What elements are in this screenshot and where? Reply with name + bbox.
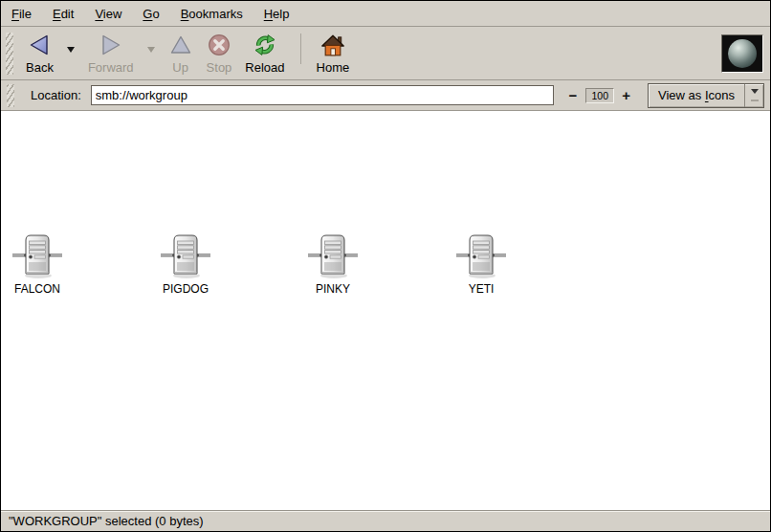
up-icon: [168, 33, 193, 58]
view-as-dropdown[interactable]: View as Icons: [648, 83, 764, 108]
stop-button: Stop: [200, 30, 239, 78]
stop-icon: [207, 33, 231, 58]
toolbar-separator: [300, 33, 301, 64]
dropdown-arrow-icon: [744, 84, 763, 107]
reload-button[interactable]: Reload: [238, 30, 291, 78]
network-server-icon: [161, 233, 210, 280]
forward-icon: [99, 33, 123, 58]
zoom-level-indicator[interactable]: 100: [585, 88, 614, 103]
zoom-in-button[interactable]: +: [619, 87, 633, 103]
server-item-falcon[interactable]: FALCON: [12, 233, 62, 296]
location-bar: Location: − 100 + View as Icons: [1, 80, 770, 111]
menu-item-bookmarks[interactable]: Bookmarks: [170, 1, 253, 26]
network-server-icon: [308, 233, 358, 280]
server-label: YETI: [469, 282, 495, 296]
menu-item-file[interactable]: File: [1, 1, 42, 26]
server-item-pigdog[interactable]: PIGDOG: [161, 233, 210, 296]
network-server-icon: [12, 233, 62, 280]
toolbar: Back Forward Up Stop: [1, 27, 770, 80]
forward-history-dropdown: [141, 30, 162, 78]
location-label: Location:: [31, 88, 81, 102]
file-manager-window: File Edit View Go Bookmarks Help Back Fo…: [0, 0, 771, 532]
throbber-icon: [721, 34, 763, 73]
status-bar: "WORKGROUP" selected (0 bytes): [1, 511, 770, 531]
server-label: PIGDOG: [163, 282, 209, 296]
zoom-out-button[interactable]: −: [565, 87, 580, 103]
forward-button: Forward: [81, 30, 141, 78]
locationbar-drag-handle[interactable]: [7, 84, 14, 107]
server-item-pinky[interactable]: PINKY: [308, 233, 358, 296]
view-as-label: View as Icons: [649, 84, 744, 107]
reload-icon: [253, 33, 277, 58]
menubar: File Edit View Go Bookmarks Help: [1, 1, 770, 27]
menu-item-go[interactable]: Go: [132, 1, 169, 26]
menu-item-help[interactable]: Help: [253, 1, 300, 26]
network-server-icon: [456, 233, 506, 280]
server-label: FALCON: [14, 282, 60, 296]
home-icon: [320, 33, 345, 58]
icon-view: FALCON PIGDOG PINKY YETI: [1, 111, 770, 511]
up-button: Up: [162, 30, 200, 78]
server-label: PINKY: [316, 282, 350, 296]
chevron-down-icon: [67, 47, 75, 56]
location-input[interactable]: [91, 85, 555, 105]
server-item-yeti[interactable]: YETI: [456, 233, 506, 296]
toolbar-drag-handle[interactable]: [6, 33, 13, 75]
back-button[interactable]: Back: [19, 30, 60, 78]
menu-item-view[interactable]: View: [84, 1, 132, 26]
menu-item-edit[interactable]: Edit: [42, 1, 84, 26]
back-history-dropdown[interactable]: [60, 30, 81, 78]
status-text: "WORKGROUP" selected (0 bytes): [9, 514, 204, 528]
chevron-down-icon: [147, 47, 155, 56]
back-icon: [27, 33, 52, 58]
home-button[interactable]: Home: [310, 30, 357, 78]
throbber-sphere-icon: [728, 39, 757, 68]
